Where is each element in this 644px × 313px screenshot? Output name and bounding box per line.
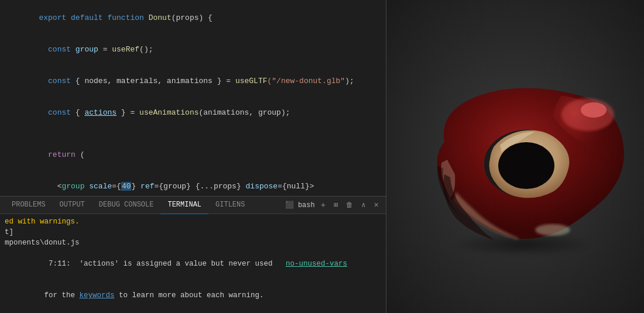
terminal-add-btn[interactable]: +	[318, 201, 328, 210]
keywords-link[interactable]: keywords	[80, 291, 115, 300]
terminal-shell-label: ⬛ bash	[285, 201, 315, 209]
term-line-2: t]	[5, 227, 381, 238]
left-panel: export default function Donut(props) { c…	[0, 0, 386, 313]
terminal-panel: PROBLEMS OUTPUT DEBUG CONSOLE TERMINAL G…	[0, 196, 386, 313]
tab-problems[interactable]: PROBLEMS	[5, 197, 53, 214]
tab-debug-console[interactable]: DEBUG CONSOLE	[92, 197, 161, 214]
donut-3d-render	[409, 51, 632, 262]
term-line-5: for the keywords to learn more about eac…	[5, 280, 381, 311]
code-line-4: const { actions } = useAnimations(animat…	[0, 97, 386, 129]
terminal-output: ed with warnings. t] mponents\donut.js 7…	[0, 214, 386, 313]
svg-point-5	[535, 224, 570, 236]
code-line-3: const { nodes, materials, animations } =…	[0, 66, 386, 97]
tab-terminal[interactable]: TERMINAL	[160, 197, 208, 214]
terminal-tab-bar: PROBLEMS OUTPUT DEBUG CONSOLE TERMINAL G…	[0, 197, 386, 214]
no-unused-vars-link-1[interactable]: no-unused-vars	[286, 260, 347, 268]
terminal-chevron-up-btn[interactable]: ∧	[359, 201, 368, 209]
svg-point-4	[581, 102, 607, 118]
terminal-split-btn[interactable]: ⊞	[331, 201, 340, 209]
terminal-trash-btn[interactable]: 🗑	[344, 201, 355, 209]
code-line-6: return (	[0, 139, 386, 171]
term-line-3: mponents\donut.js	[5, 238, 381, 248]
code-editor[interactable]: export default function Donut(props) { c…	[0, 0, 386, 196]
canvas-background: ▌	[386, 0, 644, 313]
code-line-2: const group = useRef();	[0, 34, 386, 66]
term-line-4: 7:11: 'actions' is assigned a value but …	[5, 248, 381, 280]
svg-point-2	[498, 142, 554, 189]
tab-output[interactable]: OUTPUT	[53, 197, 92, 214]
code-line-1: export default function Donut(props) {	[0, 2, 386, 34]
term-line-1: ed with warnings.	[5, 216, 381, 227]
tab-gitlens[interactable]: GITLENS	[208, 197, 252, 214]
terminal-close-btn[interactable]: ×	[372, 201, 381, 210]
code-line-7: <group scale={40} ref={group} {...props}…	[0, 171, 386, 196]
code-line-5	[0, 129, 386, 139]
preview-panel: ▌	[386, 0, 644, 313]
terminal-actions: ⬛ bash + ⊞ 🗑 ∧ ×	[285, 201, 381, 210]
